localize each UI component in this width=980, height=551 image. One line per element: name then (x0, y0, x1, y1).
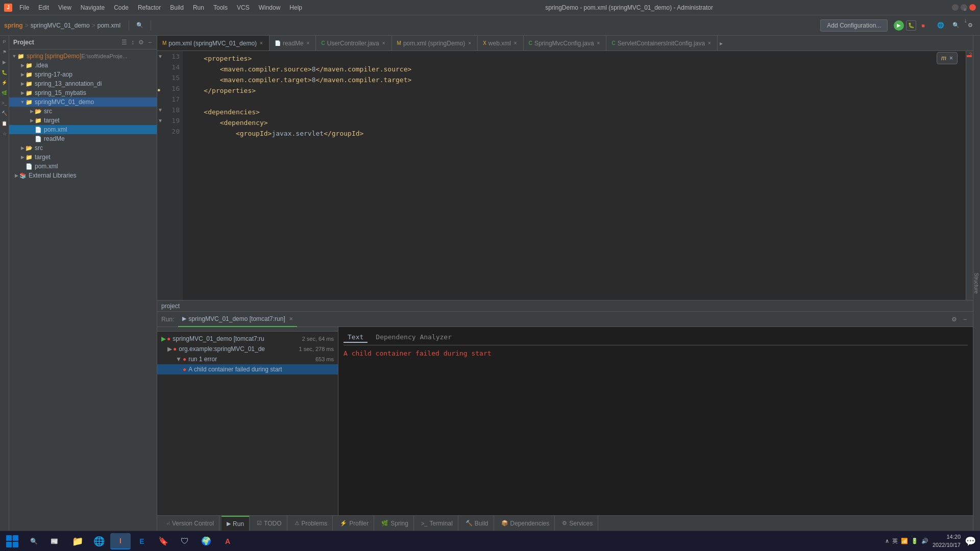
tab-readme[interactable]: 📄 readMe × (270, 36, 316, 51)
sidebar-icon-project[interactable]: P (1, 38, 9, 46)
run-dep-tab[interactable]: Dependency Analyzer (372, 332, 456, 343)
menu-vcs[interactable]: VCS (233, 3, 254, 12)
tab-webxml[interactable]: X web.xml × (478, 36, 524, 51)
tab-springmvc[interactable]: C SpringMvcConfig.java × (524, 36, 607, 51)
start-button[interactable] (4, 533, 20, 549)
tab-webxml-close[interactable]: × (513, 40, 518, 46)
bc-project[interactable]: project (161, 303, 180, 310)
tab-springmvc-close[interactable]: × (596, 40, 601, 46)
menu-edit[interactable]: Edit (34, 3, 53, 12)
tree-item-src2[interactable]: ▶ 📂 src (9, 143, 157, 153)
tray-lang[interactable]: 英 (892, 537, 898, 545)
run-config-tab-close[interactable]: × (289, 315, 293, 322)
tree-item-extlibs[interactable]: ▶ 📚 External Libraries (9, 171, 157, 180)
fold-13[interactable]: ▼ (157, 51, 163, 62)
menu-file[interactable]: File (15, 3, 33, 12)
clock[interactable]: 14:20 2022/10/17 (933, 533, 961, 549)
taskbar-app-red[interactable]: A (217, 533, 238, 549)
bottom-tab-profiler[interactable]: ⚡ Profiler (335, 516, 374, 531)
popup-close[interactable]: × (949, 55, 953, 62)
run-item-tomcat[interactable]: ▶ ● springMVC_01_demo [tomcat7:ru 2 sec,… (157, 334, 338, 344)
bottom-tab-run[interactable]: ▶ Run (222, 516, 250, 531)
taskbar-search-button[interactable]: 🔍 (24, 533, 43, 549)
translate-btn[interactable]: 🌐 (934, 20, 947, 30)
debug-button[interactable]: 🐛 (906, 20, 916, 31)
taskbar-explorer[interactable]: 📁 (67, 533, 88, 549)
menu-window[interactable]: Window (255, 3, 285, 12)
bottom-tab-problems[interactable]: ⚠ Problems (289, 516, 333, 531)
run-item-orgexample[interactable]: ▶ ● org.example:springMVC_01_de 1 sec, 2… (157, 344, 338, 354)
tree-item-target[interactable]: ▶ 📁 target (9, 116, 157, 125)
tab-servletinit-close[interactable]: × (707, 40, 712, 46)
tab-pom1-close[interactable]: × (259, 40, 264, 46)
sidebar-icon-profiler[interactable]: ⚡ (1, 79, 9, 87)
panel-minimize-btn[interactable]: − (147, 38, 153, 47)
menu-navigate[interactable]: Navigate (77, 3, 109, 12)
tab-userctrl-close[interactable]: × (381, 40, 386, 46)
sidebar-icon-commit[interactable]: ⚑ (1, 48, 9, 56)
run-config-button[interactable]: Add Configuration... (820, 19, 888, 32)
menu-run[interactable]: Run (189, 3, 208, 12)
menu-build[interactable]: Build (166, 3, 188, 12)
run-button[interactable]: ▶ (894, 20, 904, 31)
tree-item-pomxml[interactable]: ▶ 📄 pom.xml (9, 125, 157, 134)
notification-icon[interactable]: 💬 (965, 536, 976, 547)
bottom-tab-spring[interactable]: 🌿 Spring (376, 516, 414, 531)
sidebar-icon-spring[interactable]: 🌿 (1, 89, 9, 97)
tree-item-pomxml2[interactable]: ▶ 📄 pom.xml (9, 162, 157, 171)
editor-content[interactable]: ▼ 13 14 15 16 (157, 51, 973, 300)
taskbar-widgets-button[interactable]: 📰 (45, 533, 63, 549)
panel-collapse-btn[interactable]: ☰ (120, 38, 128, 47)
tab-userctrl[interactable]: C UserController.java × (316, 36, 391, 51)
panel-settings-btn[interactable]: ⚙ (137, 38, 145, 47)
close-button[interactable] (969, 4, 976, 11)
tab-servletinit[interactable]: C ServletContainersInitConfig.java × (606, 36, 718, 51)
frs-structure[interactable]: Structure (972, 269, 980, 298)
stop-button[interactable]: ■ (918, 21, 928, 30)
bottom-tab-build[interactable]: 🔨 Build (460, 516, 494, 531)
taskbar-edge[interactable]: E (132, 533, 152, 549)
bottom-tab-dependencies[interactable]: 📦 Dependencies (496, 516, 555, 531)
taskbar-misc[interactable]: 🛡 (175, 533, 195, 549)
tab-pom2[interactable]: M pom.xml (springDemo) × (392, 36, 478, 51)
tree-item-spring17[interactable]: ▶ 📁 spring-17-aop (9, 70, 157, 79)
sidebar-icon-run[interactable]: ▶ (1, 58, 9, 66)
taskbar-idea[interactable]: I (110, 533, 131, 549)
bottom-tab-terminal[interactable]: >_ Terminal (416, 516, 458, 531)
tree-item-spring15[interactable]: ▶ 📁 spring_15_mybatis (9, 88, 157, 97)
run-item-errmsg[interactable]: ● A child container failed during start (157, 364, 338, 374)
tray-wifi[interactable]: 📶 (901, 538, 908, 544)
bottom-tab-services[interactable]: ⚙ Services (557, 516, 598, 531)
tree-item-src[interactable]: ▶ 📂 src (9, 107, 157, 116)
tab-pom1[interactable]: M pom.xml (springMVC_01_demo) × (157, 36, 270, 51)
taskbar-bookmark[interactable]: 🔖 (153, 533, 174, 549)
tree-item-readme[interactable]: ▶ 📄 readMe (9, 134, 157, 143)
taskbar-browser[interactable]: 🌐 (89, 533, 109, 549)
tree-root[interactable]: ▼ 📁 spring [springDemo] E:\soft\ideaProj… (9, 52, 157, 61)
sidebar-icon-structure[interactable]: 📋 (1, 119, 9, 128)
global-search-btn[interactable]: 🔍 (949, 20, 963, 30)
tree-item-idea[interactable]: ▶ 📁 .idea (9, 61, 157, 70)
tab-readme-close[interactable]: × (306, 40, 311, 46)
sidebar-icon-favorites[interactable]: ☆ (1, 130, 9, 138)
taskbar-browser2[interactable]: 🌍 (196, 533, 216, 549)
bottom-tab-todo[interactable]: ☑ TODO (252, 516, 287, 531)
sidebar-icon-debug[interactable]: 🐛 (1, 68, 9, 77)
tray-sound[interactable]: 🔊 (921, 538, 928, 544)
menu-view[interactable]: View (54, 3, 76, 12)
tray-expand[interactable]: ∧ (885, 538, 889, 544)
tray-battery[interactable]: 🔋 (911, 538, 918, 544)
tab-pom2-close[interactable]: × (467, 40, 472, 46)
menu-refactor[interactable]: Refactor (134, 3, 165, 12)
run-text-tab[interactable]: Text (344, 332, 368, 343)
run-item-run[interactable]: ▼ ● run 1 error 653 ms (157, 354, 338, 364)
fold-18[interactable]: ▼ (157, 105, 163, 115)
menu-help[interactable]: Help (285, 3, 306, 12)
tabs-scroll-right[interactable]: ▸ (718, 40, 725, 47)
tree-item-springmvc[interactable]: ▼ 📁 springMVC_01_demo (9, 97, 157, 107)
tree-item-target2[interactable]: ▶ 📁 target (9, 153, 157, 162)
fold-19[interactable]: ▼ (157, 115, 163, 126)
panel-sort-btn[interactable]: ↕ (130, 38, 135, 47)
tree-item-spring13[interactable]: ▶ 📁 spring_13_annotation_di (9, 79, 157, 88)
run-settings-btn[interactable]: ⚙ (949, 315, 959, 324)
